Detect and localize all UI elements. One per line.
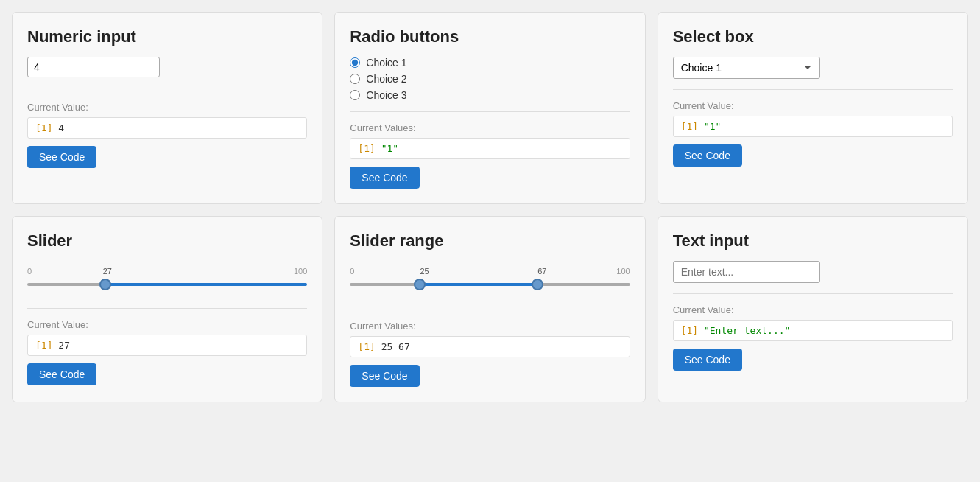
radio-choice-2-input[interactable] [350, 74, 360, 84]
numeric-value-box: [1] 4 [27, 117, 307, 139]
text-input-card: Text input Current Value: [1] "Enter tex… [658, 216, 968, 402]
divider [27, 91, 307, 91]
slider-bracket: [1] [35, 340, 52, 351]
numeric-input[interactable] [27, 57, 160, 77]
slider-range-container: 0 25 67 100 [350, 261, 630, 299]
slider-wrapper [27, 277, 307, 292]
slider-title: Slider [27, 231, 307, 251]
range-max-label: 100 [616, 267, 630, 276]
numeric-bracket: [1] [35, 122, 52, 133]
slider-see-code-button[interactable]: See Code [27, 363, 96, 385]
range-track-wrapper [350, 276, 630, 293]
radio-choice-1-text: Choice 1 [366, 57, 406, 69]
numeric-input-card: Numeric input Current Value: [1] 4 See C… [12, 12, 322, 204]
divider [350, 310, 630, 310]
slider-input[interactable] [27, 283, 307, 286]
range-track [350, 283, 630, 286]
radio-choice-2-text: Choice 2 [366, 73, 406, 85]
slider-max-label: 100 [294, 267, 307, 276]
radio-choice-1-label[interactable]: Choice 1 [350, 57, 630, 69]
slider-current-label: Current Value: [27, 319, 307, 330]
radio-see-code-button[interactable]: See Code [350, 167, 419, 189]
radio-choice-3-text: Choice 3 [366, 89, 406, 101]
range-fill [420, 283, 537, 286]
slider-container: 0 27 100 [27, 261, 307, 298]
slider-range-current-label: Current Values: [350, 321, 630, 332]
slider-card: Slider 0 27 100 Current Value: [1] 27 Se… [12, 216, 322, 402]
numeric-value-num: 4 [52, 122, 64, 133]
radio-group: Choice 1 Choice 2 Choice 3 [350, 57, 630, 101]
slider-range-bracket: [1] [358, 341, 375, 352]
radio-choice-2-label[interactable]: Choice 2 [350, 73, 630, 85]
slider-range-see-code-button[interactable]: See Code [350, 365, 419, 387]
slider-labels: 0 27 100 [27, 267, 307, 276]
slider-range-value-nums: 25 67 [376, 341, 410, 352]
range-thumb-right[interactable] [532, 279, 543, 290]
range-labels: 0 25 67 100 [350, 267, 630, 276]
slider-range-card: Slider range 0 25 67 100 Current Values:… [334, 216, 645, 402]
radio-bracket: [1] [358, 143, 375, 154]
text-see-code-button[interactable]: See Code [673, 349, 742, 371]
divider [673, 293, 953, 294]
radio-title: Radio buttons [350, 27, 630, 46]
radio-value-str: "1" [376, 143, 398, 154]
select-input[interactable]: Choice 1 Choice 2 Choice 3 [673, 57, 820, 79]
radio-current-label: Current Values: [350, 122, 630, 133]
text-input[interactable] [673, 261, 820, 283]
slider-value-label: 27 [103, 267, 112, 276]
radio-buttons-card: Radio buttons Choice 1 Choice 2 Choice 3… [334, 12, 645, 204]
select-title: Select box [673, 27, 953, 46]
divider [350, 111, 630, 112]
text-value-box: [1] "Enter text..." [673, 320, 953, 341]
text-title: Text input [673, 231, 953, 251]
divider [673, 89, 953, 90]
select-see-code-button[interactable]: See Code [673, 144, 742, 167]
slider-value-num: 27 [52, 340, 69, 351]
select-value-box: [1] "1" [673, 116, 953, 137]
radio-choice-1-input[interactable] [350, 57, 360, 68]
divider [27, 308, 307, 309]
radio-choice-3-input[interactable] [350, 90, 360, 100]
numeric-title: Numeric input [27, 27, 307, 46]
range-thumb-left[interactable] [414, 279, 426, 290]
select-bracket: [1] [681, 121, 698, 132]
select-value-str: "1" [698, 121, 721, 132]
numeric-current-label: Current Value: [27, 102, 307, 113]
range-min-label: 0 [350, 267, 354, 276]
slider-range-title: Slider range [350, 231, 630, 251]
text-bracket: [1] [681, 325, 698, 336]
text-current-label: Current Value: [673, 304, 953, 315]
range-val1-label: 25 [420, 267, 429, 276]
text-value-str: "Enter text..." [698, 325, 790, 336]
slider-value-box: [1] 27 [27, 335, 307, 356]
range-val2-label: 67 [537, 267, 546, 276]
numeric-see-code-button[interactable]: See Code [27, 146, 96, 168]
radio-value-box: [1] "1" [350, 138, 630, 159]
select-current-label: Current Value: [673, 100, 953, 111]
radio-choice-3-label[interactable]: Choice 3 [350, 89, 630, 101]
slider-min-label: 0 [27, 267, 32, 276]
slider-range-value-box: [1] 25 67 [350, 336, 630, 357]
select-box-card: Select box Choice 1 Choice 2 Choice 3 Cu… [658, 12, 968, 204]
